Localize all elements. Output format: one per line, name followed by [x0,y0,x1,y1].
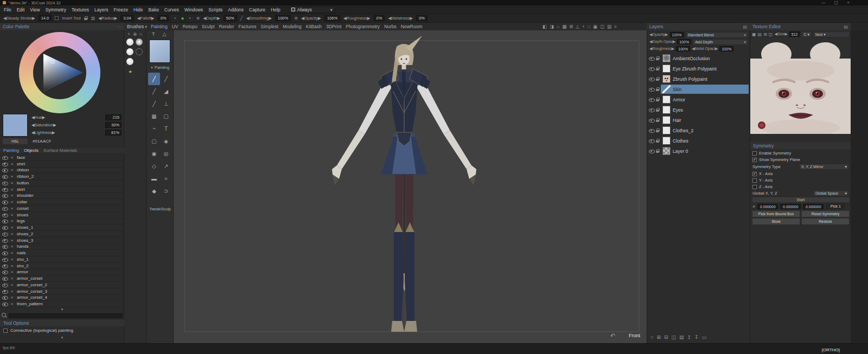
enable-symmetry-checkbox[interactable] [752,151,757,156]
ghost-toggle-icon[interactable]: × [10,218,14,223]
fill-tool[interactable]: ◆ [148,185,160,197]
close-button[interactable]: × [847,0,850,5]
layer-visibility-icon[interactable] [649,118,654,123]
objects-panel-tab[interactable]: Painting [3,148,19,153]
menu-item[interactable]: Capture [248,7,266,13]
object-row[interactable]: × sho_2 [0,263,124,269]
layer-lock-icon[interactable] [655,139,659,143]
frame-icon[interactable]: □ [588,24,590,29]
z-axis-checkbox[interactable] [752,185,757,189]
opacity-pressure-icon[interactable]: ⊕ [294,16,298,21]
ghost-toggle-icon[interactable]: × [10,301,14,306]
depth-blend-dropdown[interactable]: Add Depth ▾ [693,39,748,45]
roughness-value[interactable]: 0% [374,15,385,21]
menu-item[interactable]: Symmetry [45,7,67,13]
color-mode-button[interactable]: HSL [3,138,28,144]
workspace-tab[interactable]: Render [219,24,234,29]
smoothing-pen-icon[interactable]: ╱ [240,16,243,21]
layer-visibility-icon[interactable] [649,87,654,92]
pen-tool[interactable]: ╱ [148,98,160,110]
rows-icon[interactable]: ▤ [607,24,611,29]
layer-row[interactable]: Clothes_2 [647,125,750,136]
visibility-eye-icon[interactable] [2,168,7,172]
compare-icon[interactable]: ◫ [769,32,773,37]
visibility-eye-icon[interactable] [2,187,7,192]
layer-lock-icon[interactable] [655,67,659,71]
saturation-triangle[interactable] [19,32,100,113]
visibility-eye-icon[interactable] [2,238,7,243]
y-axis-row[interactable]: Y - Axis [752,177,849,183]
tablet-icon[interactable]: ▥ [91,16,95,21]
add-brush-icon[interactable]: + [127,31,130,37]
object-row[interactable]: × shirt [0,161,124,168]
ghost-toggle-icon[interactable]: × [10,263,14,268]
viewport[interactable]: ↶ Front [174,30,647,343]
visibility-eye-icon[interactable] [2,199,7,204]
object-row[interactable]: × sho_1 [0,256,124,263]
tool-group-header[interactable]: ▾ Painting [146,65,174,70]
layer-body[interactable]: Zbrush Polypaint [661,74,749,83]
coord-z-field[interactable]: 0.000000 [803,204,824,209]
ghost-toggle-icon[interactable]: × [10,187,14,192]
metalness-value[interactable]: 0% [416,15,427,21]
layer-visibility-icon[interactable] [649,149,654,153]
visibility-eye-icon[interactable] [2,174,7,179]
pick-point-button[interactable]: Pick 1 [826,203,845,209]
visibility-eye-icon[interactable] [2,276,7,281]
brush-preset-dotted[interactable] [136,48,143,55]
opacity-label[interactable]: ◀Opacity▶ [301,16,321,21]
layer-lock-icon[interactable] [655,118,659,123]
falloff-value[interactable]: 0% [158,15,169,21]
layer-body[interactable]: Eyes [661,105,749,114]
menu-item[interactable]: Edit [16,7,25,13]
object-row[interactable]: × ribbon_2 [0,173,124,180]
duplicate-layer-icon[interactable]: ◫ [672,334,676,340]
object-row[interactable]: × thorn_pattern [0,301,124,307]
layer-body[interactable]: Skin [661,85,749,94]
metal-opacity-value[interactable]: 100% [719,46,733,52]
object-row[interactable]: × corset [0,205,124,212]
target-tool[interactable]: ◎ [160,147,172,160]
smoothing-value[interactable]: 100% [275,15,291,21]
object-row[interactable]: × legs [0,218,124,225]
frame-tool[interactable]: ▢ [148,135,160,147]
z-axis-row[interactable]: Z - Axis [752,184,849,190]
current-brush-preview[interactable] [149,40,170,63]
workspace-tab[interactable]: Painting [151,24,168,29]
connective-painting-checkbox[interactable] [3,329,8,333]
layer-row[interactable]: Armor [647,94,750,105]
roughness-label[interactable]: ◀Roughness▶ [343,16,370,21]
layer-visibility-icon[interactable] [649,66,654,71]
viewport-canvas[interactable] [174,30,647,343]
depth-value[interactable]: 50% [224,15,237,21]
saturation-slider[interactable]: ◀Saturation▶ 30% [31,121,122,128]
grid-tool[interactable]: ▦ [148,110,160,123]
menu-item[interactable]: Layers [94,7,109,13]
pencil-tool[interactable]: ╱ [160,73,172,85]
pick-from-bound-box-button[interactable]: Pick from Bound Box [752,211,800,217]
menu-item[interactable]: Scripts [208,7,223,13]
split-right-icon[interactable]: ◨ [550,24,554,29]
move-layer-down-icon[interactable]: ↧ [694,334,699,340]
delete-layer-icon[interactable]: ⊟ [664,334,668,340]
ghost-toggle-icon[interactable]: × [10,289,14,294]
brush-preset-round[interactable] [126,48,133,55]
falloff-label[interactable]: ◀Falloff▶ [137,16,155,21]
layer-row[interactable]: Eyes [647,105,750,115]
layer-lock-icon[interactable] [655,56,659,61]
menu-item[interactable]: Addons [227,7,244,13]
layer-row[interactable]: Skin [647,84,750,94]
object-row[interactable]: × armor_corset_3 [0,288,124,295]
workspace-tab[interactable]: Factures [238,24,256,29]
texture-name-dropdown[interactable]: face ▾ [813,31,850,37]
object-row[interactable]: × shoes_1 [0,224,124,231]
layer-lock-icon[interactable] [655,128,659,133]
object-row[interactable]: × shoes_3 [0,237,124,244]
move-layer-up-icon[interactable]: ↥ [687,334,692,340]
ghost-toggle-icon[interactable]: × [10,282,14,287]
lightness-value[interactable]: 81% [105,130,122,136]
add-brush-alpha-button[interactable]: + [129,68,132,75]
lock-icon[interactable] [84,16,88,21]
layer-row[interactable]: Layer 0 [647,146,750,156]
visibility-eye-icon[interactable] [2,218,7,223]
